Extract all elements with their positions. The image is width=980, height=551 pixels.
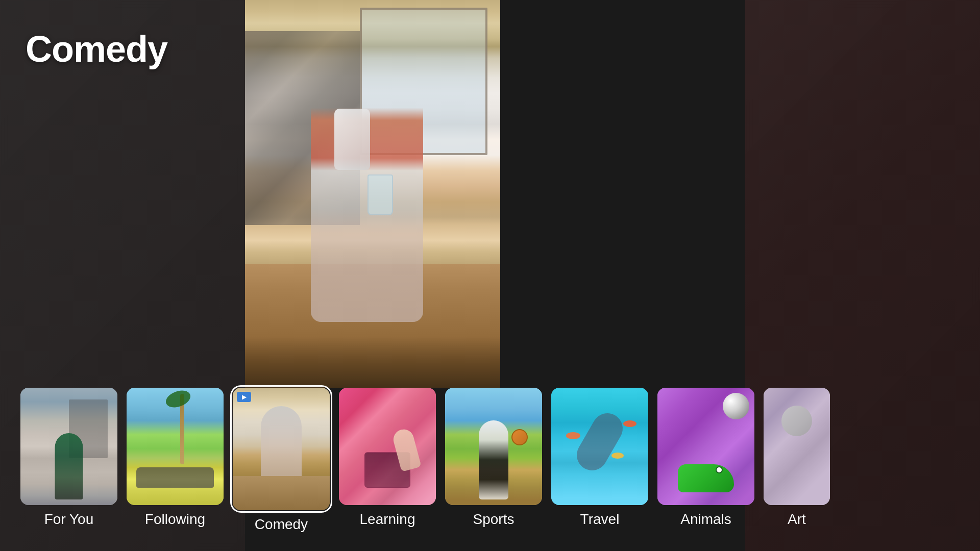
video-fade [245, 337, 500, 388]
learning-scene [339, 388, 436, 505]
thumb-following-label: Following [145, 511, 205, 528]
thumb-following[interactable]: Following [127, 388, 224, 528]
video-frame [245, 0, 500, 388]
video-content [245, 0, 500, 388]
sports-scene [445, 388, 542, 505]
comedy-person [261, 406, 302, 486]
art-element [781, 406, 812, 436]
person-figure [311, 70, 423, 322]
thumb-comedy[interactable]: ▶ Comedy [233, 388, 330, 533]
main-video-player[interactable] [245, 0, 500, 388]
disco-ball [723, 393, 749, 419]
thumb-animals-label: Animals [680, 511, 731, 528]
person-office [55, 433, 83, 499]
for-you-scene [20, 388, 117, 505]
basketball [511, 429, 528, 445]
underwater-person [571, 408, 628, 476]
thumb-art-label: Art [788, 511, 806, 528]
camera-badge: ▶ [237, 392, 251, 402]
travel-scene [551, 388, 648, 505]
thumb-travel[interactable]: Travel [551, 388, 648, 528]
thumb-sports[interactable]: Sports [445, 388, 542, 528]
thumb-for-you-label: For You [44, 511, 94, 528]
thumb-animals[interactable]: Animals [657, 388, 754, 528]
animals-scene [657, 388, 754, 505]
art-scene [764, 388, 830, 505]
thumb-for-you[interactable]: For You [20, 388, 117, 528]
thumb-travel-label: Travel [580, 511, 620, 528]
glass-element [368, 174, 393, 215]
category-thumbnails-row: For You Following ▶ Comedy [0, 388, 980, 551]
milk-jug [334, 109, 370, 170]
category-title: Comedy [26, 28, 167, 70]
thumb-art[interactable]: Art [764, 388, 830, 528]
thumb-comedy-label: Comedy [255, 516, 308, 533]
thumb-learning[interactable]: Learning [339, 388, 436, 528]
sports-person [479, 420, 508, 499]
chameleon-eye [716, 466, 723, 473]
chameleon-body [678, 464, 734, 492]
tree-top [163, 388, 192, 411]
thumb-sports-label: Sports [473, 511, 514, 528]
comedy-scene: ▶ [233, 388, 330, 510]
comedy-counter [233, 476, 330, 510]
thumb-learning-label: Learning [360, 511, 415, 528]
car [136, 467, 214, 488]
following-scene [127, 388, 224, 505]
